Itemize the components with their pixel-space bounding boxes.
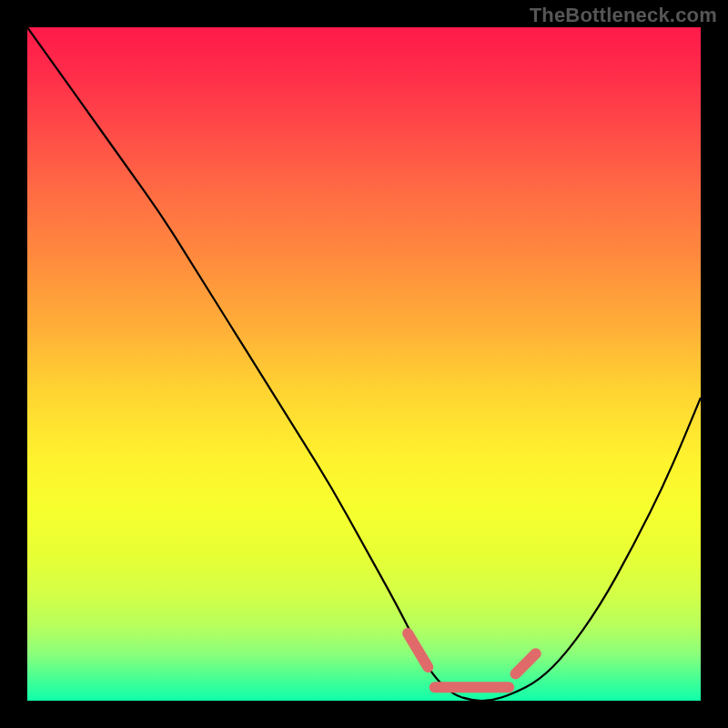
marker-segment bbox=[516, 653, 536, 673]
attribution-watermark: TheBottleneck.com bbox=[530, 4, 717, 27]
line-chart-svg bbox=[27, 27, 701, 701]
bottleneck-curve-path bbox=[27, 27, 701, 701]
optimal-range-markers bbox=[408, 633, 536, 687]
marker-segment bbox=[408, 633, 428, 667]
plot-area bbox=[27, 27, 701, 701]
chart-frame: TheBottleneck.com bbox=[0, 0, 728, 728]
